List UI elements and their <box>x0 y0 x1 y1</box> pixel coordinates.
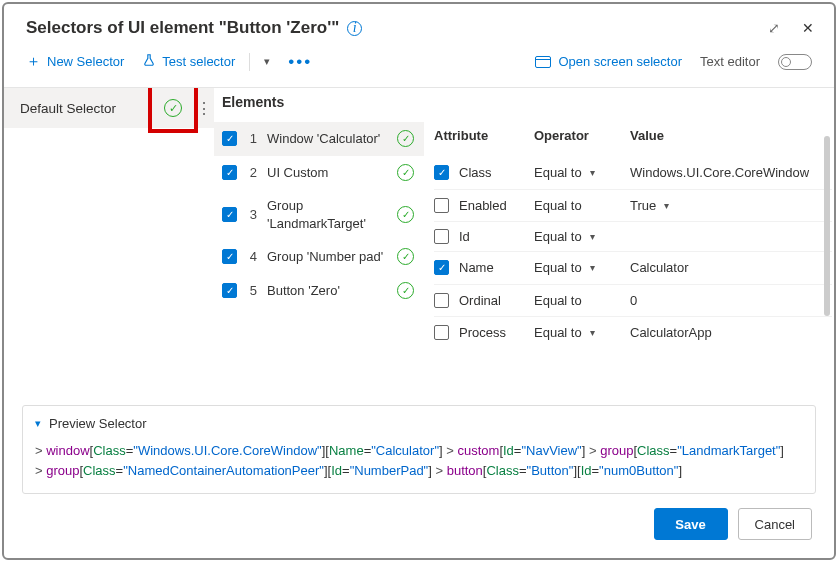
checkbox[interactable] <box>434 325 449 340</box>
checkbox[interactable]: ✓ <box>222 283 237 298</box>
selector-token: "Windows.UI.Core.CoreWindow" <box>133 443 321 458</box>
attribute-name: Ordinal <box>459 293 501 308</box>
element-name: Group 'LandmarkTarget' <box>267 197 387 232</box>
chevron-down-icon[interactable]: ▾ <box>264 55 270 68</box>
selector-token: "num0Button" <box>599 463 678 478</box>
selector-token: window <box>46 443 89 458</box>
element-row[interactable]: ✓2UI Custom✓ <box>214 156 424 190</box>
test-selector-label: Test selector <box>162 54 235 69</box>
chevron-down-icon[interactable]: ▾ <box>590 262 595 273</box>
element-row[interactable]: ✓5Button 'Zero'✓ <box>214 274 424 308</box>
selector-dialog: Selectors of UI element "Button 'Zero'" … <box>4 4 834 558</box>
chevron-down-icon[interactable]: ▾ <box>664 199 669 213</box>
element-index: 2 <box>247 165 257 180</box>
element-name: Button 'Zero' <box>267 282 387 300</box>
selector-token: "NavView" <box>521 443 581 458</box>
open-screen-selector-button[interactable]: Open screen selector <box>535 54 682 69</box>
selector-row-default[interactable]: Default Selector ✓ ⋮ <box>4 88 214 128</box>
selector-token: > <box>443 443 458 458</box>
check-circle-icon: ✓ <box>397 248 414 265</box>
info-icon[interactable]: i <box>347 21 362 36</box>
kebab-icon[interactable]: ⋮ <box>194 99 214 118</box>
dialog-title: Selectors of UI element "Button 'Zero'" <box>26 18 339 38</box>
plus-icon: ＋ <box>26 52 41 71</box>
close-icon[interactable]: ✕ <box>802 20 814 36</box>
toolbar-separator <box>249 53 250 71</box>
attribute-row: EnabledEqual toTrue▾ <box>434 189 832 222</box>
selector-token: > <box>585 443 600 458</box>
attribute-name: Id <box>459 229 470 244</box>
checkbox[interactable]: ✓ <box>434 260 449 275</box>
operator-value[interactable]: Equal to <box>534 293 582 308</box>
col-attribute: Attribute <box>434 128 534 143</box>
selector-token: = <box>519 463 527 478</box>
selector-token: Class <box>486 463 519 478</box>
cancel-button[interactable]: Cancel <box>738 508 812 540</box>
element-row[interactable]: ✓4Group 'Number pad'✓ <box>214 240 424 274</box>
attributes-list: ✓ClassEqual to▾Windows.UI.Core.CoreWindo… <box>434 157 832 349</box>
checkbox[interactable] <box>434 229 449 244</box>
cancel-label: Cancel <box>755 517 795 532</box>
selector-token: group <box>46 463 79 478</box>
selector-token: Id <box>331 463 342 478</box>
attribute-value[interactable]: Windows.UI.Core.CoreWindow <box>630 164 809 182</box>
dialog-footer: Save Cancel <box>4 494 834 558</box>
checkbox[interactable]: ✓ <box>222 131 237 146</box>
operator-value[interactable]: Equal to <box>534 260 582 275</box>
attribute-value[interactable]: Calculator <box>630 259 689 277</box>
save-button[interactable]: Save <box>654 508 728 540</box>
checkbox[interactable] <box>434 293 449 308</box>
element-index: 4 <box>247 249 257 264</box>
operator-value[interactable]: Equal to <box>534 165 582 180</box>
selector-token: > <box>432 463 447 478</box>
attribute-name: Name <box>459 260 494 275</box>
checkbox[interactable]: ✓ <box>222 249 237 264</box>
text-editor-toggle[interactable] <box>778 54 812 70</box>
toolbar: ＋ New Selector Test selector ▾ ••• Open … <box>4 42 834 88</box>
dialog-body: Default Selector ✓ ⋮ Elements ✓1Window '… <box>4 88 834 399</box>
chevron-down-icon[interactable]: ▾ <box>590 167 595 178</box>
elements-title: Elements <box>214 94 424 122</box>
operator-value[interactable]: Equal to <box>534 325 582 340</box>
selector-token: Id <box>581 463 592 478</box>
element-index: 1 <box>247 131 257 146</box>
element-index: 5 <box>247 283 257 298</box>
col-operator: Operator <box>534 128 630 143</box>
selectors-list: Default Selector ✓ ⋮ <box>4 88 214 399</box>
checkbox[interactable]: ✓ <box>434 165 449 180</box>
selector-token: "LandmarkTarget" <box>677 443 780 458</box>
checkbox[interactable]: ✓ <box>222 207 237 222</box>
selector-token: = <box>592 463 600 478</box>
elements-list: ✓1Window 'Calculator'✓✓2UI Custom✓✓3Grou… <box>214 122 424 307</box>
attribute-value[interactable]: CalculatorApp <box>630 324 712 342</box>
col-value: Value <box>630 128 832 143</box>
chevron-down-icon[interactable]: ▾ <box>590 327 595 338</box>
scrollbar[interactable] <box>824 136 830 316</box>
attribute-value[interactable]: True <box>630 197 656 215</box>
chevron-down-icon[interactable]: ▾ <box>590 231 595 242</box>
open-screen-label: Open screen selector <box>558 54 682 69</box>
more-icon[interactable]: ••• <box>288 53 312 70</box>
element-row[interactable]: ✓3Group 'LandmarkTarget'✓ <box>214 189 424 240</box>
selector-token: = <box>342 463 350 478</box>
checkbox[interactable] <box>434 198 449 213</box>
preview-toggle[interactable]: ▾ Preview Selector <box>35 416 803 431</box>
attribute-row: ✓ClassEqual to▾Windows.UI.Core.CoreWindo… <box>434 157 832 189</box>
new-selector-button[interactable]: ＋ New Selector <box>26 52 124 71</box>
operator-value[interactable]: Equal to <box>534 229 582 244</box>
element-index: 3 <box>247 207 257 222</box>
test-selector-button[interactable]: Test selector <box>142 53 235 70</box>
attribute-value[interactable]: 0 <box>630 292 637 310</box>
checkbox[interactable]: ✓ <box>222 165 237 180</box>
selector-token: ] <box>678 463 682 478</box>
selector-token: Id <box>503 443 514 458</box>
operator-value[interactable]: Equal to <box>534 198 582 213</box>
resize-icon[interactable]: ⤢ <box>768 20 780 36</box>
selector-row-label: Default Selector <box>4 101 148 116</box>
check-circle-icon: ✓ <box>397 282 414 299</box>
attribute-row: IdEqual to▾ <box>434 221 832 251</box>
element-name: UI Custom <box>267 164 387 182</box>
element-row[interactable]: ✓1Window 'Calculator'✓ <box>214 122 424 156</box>
selector-path: > window[Class="Windows.UI.Core.CoreWind… <box>35 441 803 481</box>
element-name: Group 'Number pad' <box>267 248 387 266</box>
